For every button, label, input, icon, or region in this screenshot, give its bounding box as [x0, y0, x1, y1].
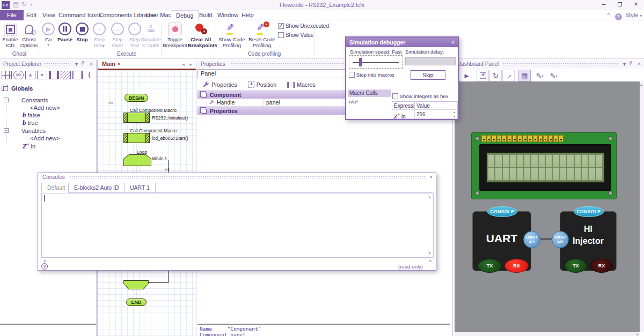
tab-position[interactable]: Position	[248, 81, 276, 88]
icon-expression[interactable]: x	[25, 71, 35, 79]
close-icon[interactable]: ×	[90, 61, 93, 68]
enable-icd-button[interactable]: Enable ICD	[1, 22, 19, 48]
watch-row-expression[interactable]: Z+ in	[392, 110, 415, 119]
scroll-up-icon[interactable]: ▴	[427, 195, 433, 200]
watch-row-value[interactable]: 256 ▴ ▾	[415, 110, 457, 119]
icon-input-output[interactable]: I/O	[13, 71, 24, 79]
simulation-debugger-titlebar[interactable]: Simulation debugger ×	[346, 38, 458, 47]
close-button[interactable]: ×	[628, 0, 644, 10]
tab-main[interactable]: Main ×	[102, 61, 121, 67]
tab-scroll-right-icon[interactable]: ▸	[188, 62, 194, 67]
scroll-right-icon[interactable]: ▸	[428, 258, 434, 264]
vertical-scrollbar[interactable]: ▴	[640, 81, 644, 332]
tree-item-add-new-constant[interactable]: <Add new>	[30, 104, 60, 111]
loop-collapse-label[interactable]: (-)	[165, 167, 170, 171]
uart-console-badge[interactable]: CONSOLE	[487, 206, 517, 217]
speed-slider-thumb[interactable]	[359, 58, 362, 66]
tab-eblocks2-auto-id[interactable]: E-blocks2 Auto ID	[68, 183, 125, 193]
grid-icon[interactable]: ▦	[518, 70, 531, 81]
menu-debug[interactable]: Debug	[171, 10, 199, 21]
icon-decision[interactable]: ×	[37, 71, 47, 79]
lcd-display-component[interactable]	[471, 132, 617, 199]
tab-close-icon[interactable]: ×	[117, 61, 120, 67]
hi-rx-pin[interactable]: RX	[590, 259, 613, 273]
help-icon[interactable]: ?	[41, 263, 48, 270]
tree-item-in[interactable]: Z+ in	[23, 142, 35, 151]
cursor-icon[interactable]: ►	[460, 70, 473, 81]
show-code-profiling-button[interactable]: ✎ Show Code Profiling	[217, 22, 247, 48]
close-icon[interactable]: ×	[638, 61, 641, 68]
call-macro-block-lcd[interactable]	[123, 133, 150, 143]
call-macro-block-rs232[interactable]	[123, 113, 150, 123]
begin-block[interactable]: BEGIN	[125, 94, 148, 102]
pencil-style-icon[interactable]: ✎▾	[547, 70, 560, 81]
vertical-scrollbar[interactable]: ▴ ▾	[426, 193, 433, 257]
loop-start-block[interactable]	[123, 154, 151, 166]
horizontal-scrollbar[interactable]: ▸	[455, 332, 640, 336]
column-header-expression[interactable]: Expressi...	[392, 102, 415, 110]
tab-default[interactable]: Default	[41, 183, 71, 193]
rotate-icon[interactable]: ↻	[489, 70, 502, 81]
move-icon[interactable]	[477, 70, 489, 81]
collapse-ribbon-icon[interactable]: ^	[607, 12, 613, 18]
tab-uart-1[interactable]: UART 1	[124, 183, 156, 193]
collapse-box-icon[interactable]: −	[4, 128, 9, 133]
pin-icon[interactable]	[628, 61, 633, 68]
icon-c-code[interactable]	[72, 71, 83, 79]
hi-tx-pin[interactable]: TX	[565, 259, 587, 273]
console-output-area[interactable]: ▴ ▾	[41, 193, 434, 258]
show-hex-checkbox[interactable]: Show integers as hex	[392, 93, 448, 99]
ghost-options-button[interactable]: Ghost Options	[20, 22, 38, 48]
uart-api-badge[interactable]: UART API	[523, 231, 540, 248]
column-header-value[interactable]: Value	[415, 102, 457, 110]
tree-item-constants[interactable]: Constants	[21, 97, 48, 103]
menu-file[interactable]: File	[0, 10, 24, 20]
icon-comment[interactable]: ⟨	[84, 71, 94, 79]
hi-injector-component[interactable]: CONSOLE HI Injector UART API TX RX	[560, 211, 617, 271]
minimize-button[interactable]: –	[596, 0, 612, 10]
loop-end-block[interactable]	[123, 280, 149, 289]
simulation-delay-input[interactable]	[405, 57, 456, 65]
clear-all-breakpoints-button[interactable]: × Clear All Breakpoints	[188, 22, 214, 48]
simulate-c-code-button[interactable]: CSIM Simulate C Code	[140, 22, 162, 48]
dashboard-canvas[interactable]: CONSOLE UART UART API TX RX CONSOLE HI I…	[455, 81, 640, 332]
icon-macro[interactable]	[61, 71, 71, 79]
tree-item-variables[interactable]: Variables	[21, 128, 46, 134]
tab-scroll-left-icon[interactable]: ◂	[180, 62, 186, 67]
tab-macros[interactable]: Macros	[287, 81, 315, 88]
tab-properties[interactable]: Properties	[203, 81, 237, 88]
hi-console-badge[interactable]: CONSOLE	[574, 206, 604, 217]
horizontal-scrollbar[interactable]: ◂ ▸	[41, 258, 434, 264]
go-button[interactable]: ▶ Go ▾	[41, 22, 55, 47]
restore-button[interactable]	[612, 0, 628, 10]
uart-component[interactable]: CONSOLE UART UART API TX RX	[472, 211, 531, 271]
pin-icon[interactable]	[80, 61, 85, 68]
skip-button[interactable]: Skip	[411, 70, 445, 80]
step-into-macros-checkbox[interactable]: Step into macros	[349, 72, 394, 78]
chevron-down-icon[interactable]: ▾	[75, 61, 78, 68]
icon-calculation[interactable]	[2, 71, 12, 79]
end-block[interactable]: END	[126, 298, 147, 306]
resize-icon[interactable]: ↔	[502, 70, 515, 81]
stop-button[interactable]: Stop	[75, 22, 90, 43]
toggle-breakpoint-button[interactable]: Toggle Breakpoint	[163, 22, 187, 48]
menu-help[interactable]: Help	[237, 10, 259, 20]
spinner-down-icon[interactable]: ▾	[451, 114, 457, 119]
pause-button[interactable]: Pause	[56, 22, 74, 43]
property-value[interactable]: panel	[266, 99, 280, 107]
spinner-up-icon[interactable]: ▴	[451, 110, 457, 114]
hi-api-badge[interactable]: UART API	[552, 231, 569, 248]
pencil-draw-icon[interactable]: ✎▾	[533, 70, 546, 81]
show-unexecuted-checkbox[interactable]: Show Unexecuted	[278, 23, 329, 29]
tree-item-add-new-variable[interactable]: <Add new>	[30, 135, 60, 141]
help-icon[interactable]: ?	[615, 13, 622, 20]
scroll-down-icon[interactable]: ▾	[427, 251, 433, 256]
close-icon[interactable]: ×	[429, 174, 433, 181]
chevron-down-icon[interactable]: ▾	[623, 61, 626, 68]
uart-rx-pin[interactable]: RX	[504, 259, 529, 273]
style-button[interactable]: Style ▾	[624, 12, 642, 18]
tree-item-globals[interactable]: Globals	[3, 85, 33, 92]
step-into-button[interactable]: ↓ Step Into▾	[90, 22, 108, 48]
close-icon[interactable]: ×	[451, 38, 455, 47]
show-value-checkbox[interactable]: Show Value	[278, 32, 313, 38]
